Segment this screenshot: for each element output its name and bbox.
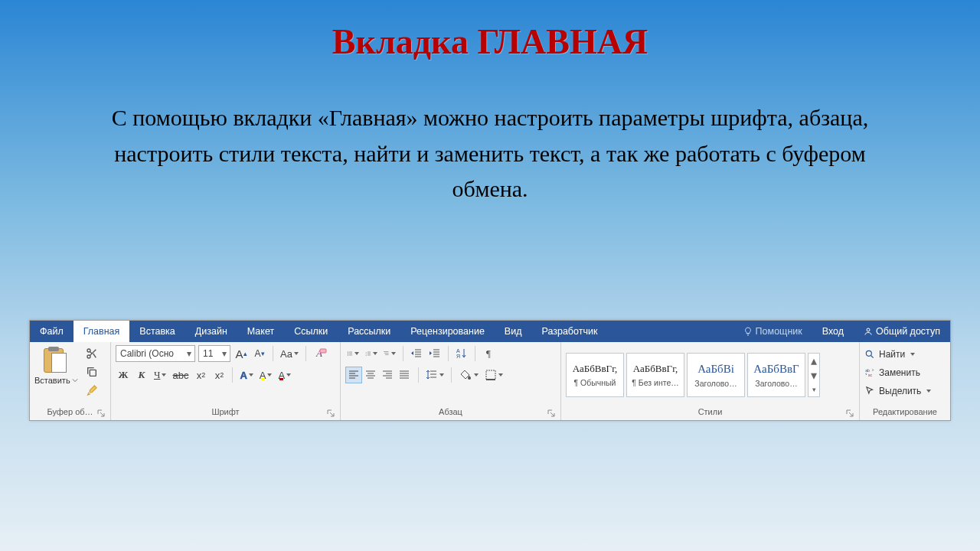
- indent-icon: [429, 347, 441, 360]
- clipboard-launcher[interactable]: [96, 409, 106, 418]
- clear-formatting-button[interactable]: A: [312, 345, 327, 362]
- align-right-button[interactable]: [379, 367, 396, 383]
- multilevel-list-icon: [384, 350, 390, 357]
- shrink-font-button[interactable]: A▾: [252, 345, 267, 362]
- multilevel-list-button[interactable]: [382, 345, 397, 362]
- font-launcher[interactable]: [326, 409, 335, 418]
- tab-home[interactable]: Главная: [74, 321, 130, 342]
- sign-in[interactable]: Вход: [812, 321, 854, 342]
- tab-file[interactable]: Файл: [30, 321, 74, 342]
- svg-text:Я: Я: [456, 354, 460, 359]
- tab-review[interactable]: Рецензирование: [400, 321, 495, 342]
- group-styles: АаБбВвГг, ¶ Обычный АаБбВвГг, ¶ Без инте…: [561, 342, 860, 420]
- borders-button[interactable]: [483, 367, 505, 383]
- replace-icon: abac: [864, 367, 875, 378]
- styles-launcher[interactable]: [845, 409, 854, 418]
- svg-rect-4: [320, 349, 326, 353]
- bullet-list-icon: [347, 350, 353, 357]
- share-button[interactable]: Общий доступ: [854, 321, 950, 342]
- search-icon: [864, 349, 875, 360]
- tab-references[interactable]: Ссылки: [284, 321, 338, 342]
- cursor-icon: [864, 386, 875, 396]
- chevron-down-icon: ▾: [220, 348, 228, 359]
- increase-indent-button[interactable]: [427, 345, 443, 362]
- copy-button[interactable]: [84, 365, 100, 379]
- paste-button[interactable]: Вставить: [34, 345, 81, 385]
- underline-button[interactable]: Ч: [152, 367, 168, 383]
- chevron-down-icon[interactable]: ▾: [808, 368, 819, 383]
- style-nospacing[interactable]: АаБбВвГг, ¶ Без инте…: [626, 353, 684, 397]
- change-case-button[interactable]: Aa: [279, 345, 300, 362]
- align-left-icon: [348, 370, 359, 380]
- svg-text:ab: ab: [865, 368, 870, 373]
- group-paragraph-label: Абзац: [439, 407, 462, 416]
- paragraph-launcher[interactable]: [547, 409, 556, 418]
- svg-point-7: [348, 354, 348, 355]
- align-center-button[interactable]: [362, 367, 379, 383]
- paintbrush-icon: [86, 384, 98, 396]
- replace-button[interactable]: abac Заменить: [864, 365, 931, 380]
- tab-insert[interactable]: Вставка: [129, 321, 185, 342]
- decrease-indent-button[interactable]: [409, 345, 424, 362]
- style-heading2[interactable]: АаБбВвГ Заголово…: [747, 353, 805, 397]
- show-marks-button[interactable]: ¶: [481, 345, 496, 362]
- sort-button[interactable]: AЯ: [454, 345, 469, 362]
- style-heading1[interactable]: АаБбВі Заголово…: [687, 353, 745, 397]
- find-button[interactable]: Найти: [864, 347, 931, 362]
- paint-bucket-icon: [459, 369, 472, 381]
- tab-design[interactable]: Дизайн: [185, 321, 237, 342]
- svg-point-6: [348, 353, 348, 354]
- justify-icon: [399, 370, 410, 380]
- subscript-button[interactable]: x2: [193, 367, 208, 383]
- tab-mailings[interactable]: Рассылки: [338, 321, 400, 342]
- sort-icon: AЯ: [456, 347, 468, 360]
- eraser-icon: [319, 347, 327, 354]
- align-right-icon: [382, 370, 393, 380]
- style-normal[interactable]: АаБбВвГг, ¶ Обычный: [566, 353, 624, 397]
- grow-font-button[interactable]: A▴: [234, 345, 249, 362]
- bullets-button[interactable]: [345, 345, 361, 362]
- tab-view[interactable]: Вид: [495, 321, 532, 342]
- select-button[interactable]: Выделить: [864, 383, 931, 399]
- svg-text:3: 3: [366, 354, 368, 357]
- group-editing-label: Редактирование: [873, 407, 937, 416]
- italic-button[interactable]: К: [134, 367, 149, 383]
- more-icon[interactable]: ▾: [808, 383, 819, 396]
- text-effects-button[interactable]: A: [238, 367, 254, 383]
- format-painter-button[interactable]: [84, 383, 100, 397]
- chevron-up-icon[interactable]: ▴: [808, 354, 819, 368]
- justify-button[interactable]: [396, 367, 413, 383]
- svg-point-2: [87, 349, 90, 352]
- line-spacing-icon: [426, 369, 438, 381]
- copy-icon: [86, 366, 98, 378]
- bold-button[interactable]: Ж: [116, 367, 131, 383]
- cut-button[interactable]: [84, 347, 100, 360]
- superscript-button[interactable]: x2: [211, 367, 227, 383]
- svg-text:A: A: [456, 348, 460, 354]
- align-center-icon: [365, 370, 376, 380]
- svg-point-13: [385, 354, 386, 355]
- line-spacing-button[interactable]: [424, 367, 446, 383]
- svg-point-0: [867, 328, 870, 331]
- person-icon: [864, 327, 873, 336]
- shading-button[interactable]: [457, 367, 480, 383]
- highlight-button[interactable]: A: [258, 367, 274, 383]
- font-name-combo[interactable]: Calibri (Осно▾: [116, 345, 195, 362]
- strikethrough-button[interactable]: abc: [171, 367, 190, 383]
- svg-point-5: [348, 351, 348, 352]
- font-color-button[interactable]: A: [276, 367, 292, 383]
- numbering-button[interactable]: 123: [364, 345, 379, 362]
- align-left-button[interactable]: [345, 367, 362, 383]
- ribbon-body: Вставить Буфер об… Calibri (Осно▾ 11▾: [30, 342, 950, 420]
- lightbulb-icon: [743, 327, 753, 336]
- tab-layout[interactable]: Макет: [237, 321, 284, 342]
- ribbon-tabbar: Файл Главная Вставка Дизайн Макет Ссылки…: [30, 321, 950, 342]
- group-clipboard-label: Буфер об…: [47, 407, 93, 416]
- styles-gallery-expand[interactable]: ▴ ▾ ▾: [808, 353, 820, 397]
- ribbon-screenshot: Файл Главная Вставка Дизайн Макет Ссылки…: [29, 320, 951, 421]
- tell-me[interactable]: Помощник: [733, 321, 812, 342]
- chevron-down-icon: [72, 377, 78, 383]
- font-size-combo[interactable]: 11▾: [198, 345, 230, 362]
- svg-rect-16: [486, 370, 495, 380]
- tab-developer[interactable]: Разработчик: [531, 321, 607, 342]
